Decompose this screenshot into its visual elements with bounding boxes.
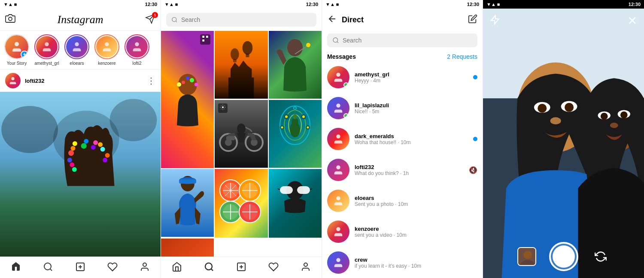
- status-bar-2: ▼▲ ■ 12:30: [161, 0, 322, 9]
- profile-nav-icon-2[interactable]: [301, 262, 311, 274]
- message-item[interactable]: kenzoere sent you a video · 10m: [322, 216, 483, 247]
- svg-point-47: [231, 48, 239, 60]
- add-nav-icon-2[interactable]: [236, 262, 246, 274]
- message-item[interactable]: amethyst_grl Heyyy · 4m: [322, 62, 483, 93]
- msg-username: eloears: [355, 195, 477, 201]
- svg-point-7: [135, 42, 139, 46]
- svg-point-17: [84, 139, 88, 144]
- story-lofti[interactable]: lofti2: [125, 34, 149, 66]
- status-bar-1: ▼▲ ■ 12:30: [0, 0, 161, 9]
- grid-cell-9[interactable]: [161, 239, 214, 257]
- svg-rect-42: [206, 36, 208, 38]
- direct-search-input[interactable]: [343, 37, 418, 44]
- grid-cell-4[interactable]: [215, 100, 267, 168]
- shutter-button[interactable]: [549, 242, 578, 271]
- heart-nav-icon-2[interactable]: [268, 262, 279, 274]
- explore-header: [161, 9, 322, 31]
- search-nav-icon-2[interactable]: [204, 262, 214, 274]
- back-button[interactable]: [327, 14, 337, 26]
- svg-point-146: [610, 123, 618, 128]
- home-nav-icon-2[interactable]: [172, 262, 182, 274]
- svg-rect-48: [233, 59, 237, 62]
- msg-preview: Woha that house!! · 10m: [355, 139, 468, 145]
- home-nav-icon[interactable]: [11, 261, 21, 274]
- message-item[interactable]: eloears Sent you a photo · 10m: [322, 185, 483, 216]
- svg-point-22: [67, 158, 72, 163]
- close-camera-button[interactable]: ✕: [627, 14, 637, 28]
- flip-camera-button[interactable]: [591, 247, 610, 266]
- svg-point-18: [91, 145, 96, 150]
- svg-point-60: [222, 106, 224, 108]
- message-list: amethyst_grl Heyyy · 4m lil_lapislazuli …: [322, 62, 483, 278]
- svg-point-10: [1, 106, 58, 153]
- msg-avatar: [327, 159, 349, 181]
- svg-point-77: [294, 107, 296, 109]
- svg-point-0: [9, 17, 12, 21]
- add-nav-icon[interactable]: [75, 262, 85, 274]
- msg-content: kenzoere sent you a video · 10m: [355, 226, 477, 238]
- svg-rect-101: [297, 186, 310, 194]
- grid-cell-7[interactable]: [215, 169, 267, 238]
- direct-search-bar[interactable]: [327, 33, 477, 47]
- svg-point-67: [302, 115, 305, 118]
- search-nav-icon[interactable]: [43, 262, 53, 274]
- your-story-label: Your Story: [7, 61, 27, 66]
- svg-point-125: [336, 135, 340, 139]
- camera-top-bar: ✕: [483, 9, 644, 33]
- msg-content: crew if you learn it - it's easy · 10m: [355, 257, 477, 269]
- explore-search-bar[interactable]: [166, 13, 316, 27]
- search-icon-2: [332, 37, 339, 44]
- message-item[interactable]: dark_emeralds Woha that house!! · 10m: [322, 124, 483, 154]
- profile-nav-icon[interactable]: [140, 262, 150, 274]
- camera-icon[interactable]: [5, 13, 15, 26]
- message-item[interactable]: lil_lapislazuli Nice!! · 5m: [322, 93, 483, 124]
- direct-header: Direct: [322, 9, 483, 31]
- grid-cell-2[interactable]: [215, 31, 267, 99]
- grid-cell-6[interactable]: [161, 169, 214, 237]
- svg-point-38: [186, 76, 189, 80]
- post-more-button[interactable]: ⋮: [147, 76, 155, 86]
- story-label: kenzoere: [98, 61, 115, 66]
- grid-cell-8[interactable]: [269, 169, 322, 238]
- message-item[interactable]: lofti232 What do you think? · 1h 🔇: [322, 154, 483, 185]
- svg-point-135: [550, 117, 561, 124]
- story-eloears[interactable]: eloears: [64, 34, 89, 66]
- story-amethyst[interactable]: amethyst_grl: [34, 34, 59, 66]
- heart-nav-icon[interactable]: [107, 262, 118, 274]
- notification-badge: 1: [152, 12, 158, 18]
- grid-cell-3[interactable]: [269, 31, 322, 99]
- send-button[interactable]: 1: [145, 14, 155, 26]
- direct-title: Direct: [342, 15, 464, 24]
- msg-username: kenzoere: [355, 226, 477, 232]
- explore-search-input[interactable]: [181, 16, 311, 23]
- svg-point-150: [523, 251, 532, 259]
- stories-row: + Your Story amethyst_grl: [0, 31, 161, 70]
- msg-avatar: [327, 128, 349, 150]
- svg-line-122: [337, 42, 338, 43]
- svg-point-137: [538, 104, 547, 113]
- lightning-button[interactable]: [490, 15, 500, 27]
- story-label: eloears: [70, 61, 84, 66]
- story-kenzoere[interactable]: kenzoere: [94, 34, 119, 66]
- compose-button[interactable]: [468, 14, 477, 25]
- svg-point-40: [194, 83, 198, 86]
- explore-grid: [161, 31, 322, 257]
- svg-marker-148: [491, 15, 499, 24]
- svg-point-4: [45, 42, 49, 46]
- svg-point-129: [336, 258, 340, 262]
- camera-gallery-thumb[interactable]: [517, 247, 536, 266]
- requests-link[interactable]: 2 Requests: [447, 53, 477, 60]
- svg-line-103: [278, 189, 280, 190]
- svg-point-143: [601, 113, 608, 120]
- post-avatar[interactable]: [5, 73, 21, 88]
- post-image: [0, 92, 161, 257]
- grid-cell-5[interactable]: [269, 100, 322, 168]
- post-header: lofti232 ⋮: [0, 70, 161, 92]
- message-item[interactable]: crew if you learn it - it's easy · 10m: [322, 247, 483, 278]
- svg-point-20: [100, 147, 105, 151]
- svg-point-5: [75, 42, 79, 46]
- your-story[interactable]: + Your Story: [4, 34, 29, 66]
- svg-point-26: [103, 158, 107, 163]
- grid-cell-1[interactable]: [161, 31, 214, 168]
- svg-point-15: [73, 141, 77, 146]
